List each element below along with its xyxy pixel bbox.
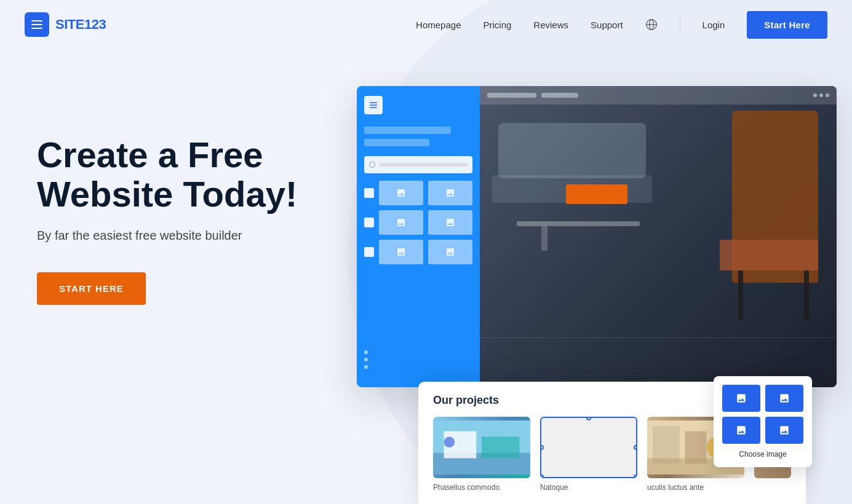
- coffee-table-top: [517, 221, 640, 226]
- sidebar-nav-dot-1: [364, 350, 368, 354]
- nav-homepage[interactable]: Homepage: [416, 20, 461, 30]
- topbar-dot-1: [813, 93, 817, 97]
- nav-pricing[interactable]: Pricing: [484, 20, 512, 30]
- svg-rect-8: [370, 107, 377, 108]
- sidebar-logo-icon: [368, 100, 378, 110]
- sidebar-img-1: [379, 181, 423, 205]
- sidebar-img-3: [379, 210, 423, 235]
- image-icon-3: [396, 218, 406, 227]
- editor-photo-background: [480, 86, 837, 387]
- image-icon-6: [445, 247, 455, 257]
- image-editor-label: Choose image: [722, 450, 803, 459]
- menu-icon: [30, 17, 44, 32]
- logo[interactable]: SITE123: [25, 12, 106, 37]
- sidebar-logo: [364, 96, 383, 114]
- image-editor-cell-2[interactable]: [765, 385, 803, 412]
- project-label-3: uculis luctus ante: [647, 483, 744, 492]
- topbar-dot-3: [826, 93, 829, 97]
- nav-reviews[interactable]: Reviews: [533, 20, 568, 30]
- site-header: SITE123 Homepage Pricing Reviews Support…: [0, 0, 852, 49]
- search-placeholder: [379, 163, 468, 167]
- sofa-back: [498, 123, 646, 178]
- sidebar-nav-dot-3: [364, 365, 368, 369]
- sidebar-checkbox-3[interactable]: [364, 247, 374, 257]
- floor-line: [480, 337, 837, 338]
- chair-area: [720, 111, 818, 320]
- topbar-dots: [813, 93, 829, 97]
- sidebar-block-2: [364, 139, 429, 146]
- chair-seat: [720, 240, 818, 270]
- svg-rect-7: [370, 104, 377, 105]
- selection-handle-left: [540, 445, 544, 450]
- sidebar-img-5: [379, 240, 423, 264]
- sidebar-nav-dot-2: [364, 358, 368, 361]
- project-image-2: [540, 417, 637, 478]
- image-icon-4: [445, 218, 455, 227]
- start-here-nav-button[interactable]: Start Here: [747, 11, 827, 39]
- editor-sidebar: [357, 86, 480, 387]
- hero-subtitle: By far the easiest free website builder: [37, 229, 332, 243]
- logo-text: SITE123: [55, 17, 106, 33]
- project-item-2[interactable]: Natoque: [540, 417, 637, 492]
- svg-point-13: [444, 436, 455, 447]
- nav-support[interactable]: Support: [591, 20, 623, 30]
- coffee-table-leg: [541, 226, 547, 251]
- chair-leg-right: [804, 270, 809, 320]
- image-upload-icon-1: [736, 393, 747, 404]
- project-photo-1: [433, 417, 530, 478]
- selection-handle-top: [586, 417, 591, 420]
- topbar-line-2: [541, 93, 578, 98]
- svg-rect-2: [31, 28, 42, 29]
- sidebar-img-2: [428, 181, 472, 205]
- sidebar-checkbox-2[interactable]: [364, 218, 374, 227]
- editor-orange-button: [566, 184, 627, 204]
- image-editor-cell-3[interactable]: [722, 417, 760, 444]
- chair-leg-left: [738, 270, 743, 320]
- editor-main-area: [480, 86, 837, 387]
- sidebar-row-1: [364, 181, 472, 205]
- login-link[interactable]: Login: [703, 20, 725, 30]
- start-here-button[interactable]: START HERE: [37, 272, 146, 305]
- projects-title: Our projects: [433, 394, 499, 407]
- selection-handle-bottom-left: [540, 474, 544, 478]
- selection-handle-bottom-right: [634, 474, 637, 478]
- logo-icon: [25, 12, 49, 37]
- project-item-1: Phasellus commodo: [433, 417, 530, 492]
- sidebar-img-6: [428, 240, 472, 264]
- sidebar-row-2: [364, 210, 472, 235]
- svg-rect-0: [31, 20, 42, 22]
- svg-rect-6: [370, 102, 377, 103]
- selection-handle-right: [634, 445, 637, 450]
- sofa-area: [492, 123, 652, 221]
- image-upload-icon-2: [779, 393, 790, 404]
- image-icon-1: [396, 188, 406, 198]
- search-icon: [369, 162, 375, 168]
- topbar-line-1: [487, 93, 536, 98]
- main-nav: Homepage Pricing Reviews Support Login S…: [416, 11, 827, 39]
- editor-topbar: [480, 86, 837, 104]
- hero-right: Our projects View all: [357, 86, 827, 504]
- image-editor-grid: [722, 385, 803, 444]
- project-label-1: Phasellus commodo: [433, 483, 530, 492]
- sidebar-checkbox-1[interactable]: [364, 188, 374, 198]
- project-label-2: Natoque: [540, 483, 637, 492]
- svg-rect-1: [31, 24, 42, 25]
- sidebar-block-1: [364, 127, 451, 134]
- main-content: Create a Free Website Today! By far the …: [0, 49, 852, 504]
- image-editor-cell-1[interactable]: [722, 385, 760, 412]
- image-editor-popup: Choose image: [714, 376, 812, 467]
- image-icon-5: [396, 247, 406, 257]
- image-icon-2: [445, 188, 455, 198]
- project-image-1: [433, 417, 530, 478]
- hero-title: Create a Free Website Today!: [37, 135, 332, 214]
- editor-mockup: [357, 86, 837, 387]
- hero-left: Create a Free Website Today! By far the …: [37, 86, 332, 305]
- sidebar-search[interactable]: [364, 156, 472, 173]
- image-upload-icon-3: [736, 425, 747, 436]
- svg-rect-15: [653, 426, 680, 463]
- image-editor-cell-4[interactable]: [765, 417, 803, 444]
- svg-rect-12: [482, 436, 519, 458]
- sidebar-img-4: [428, 210, 472, 235]
- image-upload-icon-4: [779, 425, 790, 436]
- globe-icon[interactable]: [645, 18, 658, 31]
